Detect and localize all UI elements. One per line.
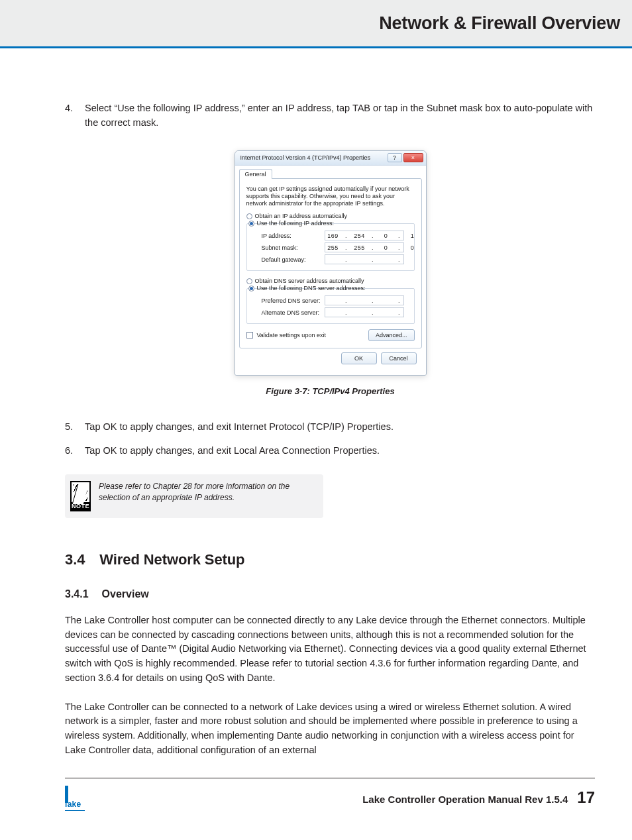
ip-input[interactable]: 169. 254. 0. 1	[325, 231, 404, 240]
footer-right: Lake Controller Operation Manual Rev 1.5…	[362, 788, 595, 807]
dns1-input[interactable]: ...	[325, 295, 404, 305]
opt-auto-dns[interactable]: Obtain DNS server address automatically	[246, 278, 415, 284]
page-title: Network & Firewall Overview	[379, 13, 620, 34]
tab-general[interactable]: General	[239, 169, 272, 179]
steps-top: 4. Select “Use the following IP address,…	[65, 101, 596, 131]
opt-static-ip[interactable]: Use the following IP address:	[248, 220, 409, 227]
section-number: 3.4	[65, 551, 85, 568]
opt-static-dns[interactable]: Use the following DNS server addresses:	[248, 285, 409, 291]
page-header: Network & Firewall Overview	[0, 0, 632, 46]
row-dns1: Preferred DNS server: ...	[262, 295, 409, 305]
opt-label: Use the following DNS server addresses:	[257, 285, 366, 291]
manual-title: Lake Controller Operation Manual Rev 1.5…	[362, 794, 568, 805]
step-text: Tap OK to apply changes, and exit Local …	[85, 444, 596, 458]
opt-label: Obtain DNS server address automatically	[255, 278, 364, 284]
note-text: Please refer to Chapter 28 for more info…	[99, 481, 314, 503]
section-heading: 3.4 Wired Network Setup	[65, 551, 596, 568]
dns1-label: Preferred DNS server:	[262, 297, 325, 304]
subsection-heading: 3.4.1 Overview	[65, 588, 596, 600]
paragraph-1: The Lake Controller host computer can be…	[65, 613, 596, 686]
opt-auto-ip[interactable]: Obtain an IP address automatically	[246, 213, 415, 219]
dns2-input[interactable]: ...	[325, 307, 404, 317]
static-ip-group: Use the following IP address: IP address…	[246, 223, 415, 271]
validate-row: Validate settings upon exit Advanced...	[246, 329, 415, 341]
opt-label: Use the following IP address:	[257, 220, 334, 227]
step-text: Tap OK to apply changes, and exit Intern…	[85, 420, 596, 435]
ip-label: IP address:	[262, 233, 325, 239]
row-gateway: Default gateway: ...	[262, 254, 409, 264]
step-5: 5. Tap OK to apply changes, and exit Int…	[65, 420, 596, 435]
close-button[interactable]: ×	[403, 153, 423, 162]
note-icon: NOTE	[70, 481, 91, 511]
gw-label: Default gateway:	[262, 256, 325, 263]
step-6: 6. Tap OK to apply changes, and exit Loc…	[65, 444, 596, 458]
figure-3-7: Internet Protocol Version 4 (TCP/IPv4) P…	[65, 150, 596, 376]
step-text: Select “Use the following IP address,” e…	[85, 101, 596, 131]
mask-input[interactable]: 255. 255. 0. 0	[325, 242, 404, 252]
tcpip-dialog: Internet Protocol Version 4 (TCP/IPv4) P…	[235, 150, 427, 376]
steps-bottom: 5. Tap OK to apply changes, and exit Int…	[65, 420, 596, 458]
help-button[interactable]: ?	[388, 153, 402, 162]
row-mask: Subnet mask: 255. 255. 0. 0	[262, 242, 409, 252]
dialog-titlebar: Internet Protocol Version 4 (TCP/IPv4) P…	[235, 151, 426, 166]
subsection-number: 3.4.1	[65, 588, 89, 600]
row-ip: IP address: 169. 254. 0. 1	[262, 231, 409, 240]
tab-panel: You can get IP settings assigned automat…	[239, 178, 422, 349]
step-number: 6.	[65, 444, 73, 458]
radio-icon	[248, 221, 254, 227]
dialog-title: Internet Protocol Version 4 (TCP/IPv4) P…	[240, 154, 371, 161]
mask-label: Subnet mask:	[262, 244, 325, 251]
dialog-intro: You can get IP settings assigned automat…	[246, 185, 415, 208]
radio-icon	[248, 286, 254, 291]
gw-input[interactable]: ...	[325, 254, 404, 264]
step-4: 4. Select “Use the following IP address,…	[65, 101, 596, 131]
logo-text: lake	[65, 800, 81, 809]
step-number: 5.	[65, 420, 73, 435]
opt-label: Obtain an IP address automatically	[255, 213, 347, 219]
page-content: 4. Select “Use the following IP address,…	[0, 48, 632, 758]
step-number: 4.	[65, 101, 73, 131]
ok-button[interactable]: OK	[341, 352, 377, 364]
paragraph-2: The Lake Controller can be connected to …	[65, 700, 596, 758]
validate-label: Validate settings upon exit	[257, 332, 364, 339]
advanced-button[interactable]: Advanced...	[368, 329, 415, 341]
static-dns-group: Use the following DNS server addresses: …	[246, 288, 415, 324]
section-title: Wired Network Setup	[99, 551, 244, 568]
dialog-body: General You can get IP settings assigned…	[235, 166, 426, 376]
subsection-title: Overview	[102, 588, 149, 600]
dialog-actions: OK Cancel	[239, 348, 422, 370]
page-number: 17	[577, 788, 595, 807]
radio-icon	[246, 278, 252, 284]
dns2-label: Alternate DNS server:	[262, 309, 325, 316]
cancel-button[interactable]: Cancel	[381, 352, 417, 364]
note-callout: NOTE Please refer to Chapter 28 for more…	[65, 474, 323, 518]
lake-logo: lake	[65, 786, 87, 809]
page-footer: lake Lake Controller Operation Manual Re…	[0, 778, 632, 826]
checkbox-icon[interactable]	[246, 332, 253, 339]
figure-caption: Figure 3-7: TCP/IPv4 Properties	[65, 386, 596, 396]
radio-icon	[246, 213, 252, 219]
row-dns2: Alternate DNS server: ...	[262, 307, 409, 317]
